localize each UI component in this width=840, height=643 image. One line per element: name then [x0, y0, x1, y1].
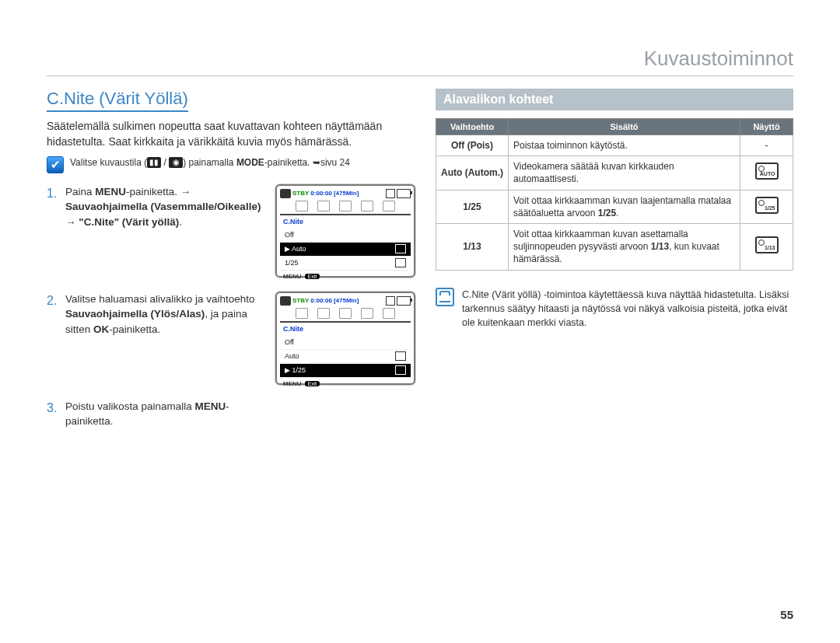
camera-icon [280, 189, 291, 198]
step-3: Poistu valikosta painamalla MENU-painike… [65, 399, 268, 429]
note-icon [436, 288, 454, 306]
col-display: Näyttö [740, 119, 793, 135]
info-text: C.Nite (Värit yöllä) -toimintoa käytettä… [462, 288, 793, 330]
video-mode-icon: ▮▮ [147, 157, 161, 168]
battery-icon [397, 189, 411, 198]
check-icon: ✔ [47, 156, 64, 173]
right-column: Alavalikon kohteet Vaihtoehto Sisältö Nä… [436, 89, 793, 443]
steps-list: Paina MENU-painiketta. → Sauvaohjaimella… [47, 184, 404, 429]
table-row: 1/13 Voit ottaa kirkkaamman kuvan asetta… [436, 223, 793, 270]
mode-note: ✔ Valitse kuvaustila (▮▮ / ◉) painamalla… [47, 156, 404, 173]
storage-icon [386, 296, 395, 306]
camera-icon [280, 296, 291, 306]
lcd-preview-1: STBY 0:00:00 [475Min] C.Nite Off [275, 184, 415, 278]
table-row: Auto (Autom.) Videokamera säätää kuvan k… [436, 156, 793, 190]
mode-note-text: Valitse kuvaustila (▮▮ / ◉) painamalla M… [70, 156, 350, 169]
display-icon-auto: AUTO [755, 162, 779, 180]
table-row: 1/25 Voit ottaa kirkkaamman kuvan laajen… [436, 190, 793, 223]
step-2: Valitse haluamasi alivalikko ja vaihtoeh… [65, 292, 268, 337]
info-note: C.Nite (Värit yöllä) -toimintoa käytettä… [436, 288, 793, 330]
photo-mode-icon: ◉ [169, 157, 183, 168]
display-icon-125: 1/25 [755, 197, 779, 214]
table-row: Off (Pois) Poistaa toiminnon käytöstä. - [436, 135, 793, 156]
lead-paragraph: Säätelemällä sulkimen nopeutta saat kuva… [47, 118, 404, 150]
lcd-preview-2: STBY 0:00:00 [475Min] C.Nite Off [275, 292, 415, 385]
display-icon-113: 1/13 [755, 236, 779, 253]
storage-icon [386, 189, 395, 198]
section-title: C.Nite (Värit Yöllä) [47, 89, 188, 112]
chapter-title: Kuvaustoiminnot [47, 47, 793, 76]
battery-icon [397, 296, 411, 306]
submenu-heading: Alavalikon kohteet [436, 89, 793, 110]
step-1: Paina MENU-painiketta. → Sauvaohjaimella… [65, 184, 268, 230]
page-number: 55 [780, 608, 793, 621]
options-table: Vaihtoehto Sisältö Näyttö Off (Pois) Poi… [436, 118, 793, 271]
col-content: Sisältö [509, 119, 740, 135]
left-column: C.Nite (Värit Yöllä) Säätelemällä sulkim… [47, 89, 404, 443]
col-option: Vaihtoehto [436, 119, 509, 135]
